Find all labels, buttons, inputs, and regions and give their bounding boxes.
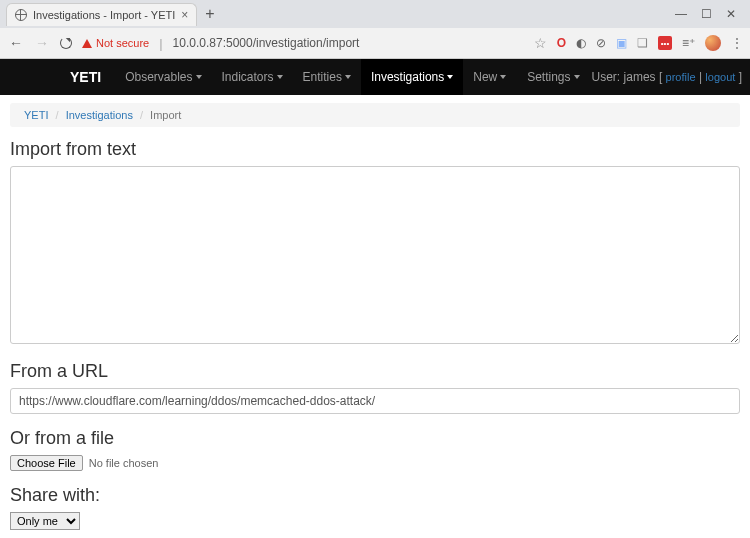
reload-icon[interactable]	[60, 37, 72, 49]
back-button[interactable]: ←	[8, 35, 24, 51]
close-window-icon[interactable]: ✕	[726, 7, 736, 21]
browser-tab[interactable]: Investigations - Import - YETI ×	[6, 3, 197, 26]
minimize-icon[interactable]: —	[675, 7, 687, 21]
share-title: Share with:	[10, 485, 740, 506]
nav-entities[interactable]: Entities	[293, 59, 361, 95]
snip-icon[interactable]: ▣	[616, 36, 627, 50]
bookmark-icon[interactable]: ☆	[534, 35, 547, 51]
profile-link[interactable]: profile	[666, 71, 696, 83]
browser-chrome: Investigations - Import - YETI × + — ☐ ✕…	[0, 0, 750, 59]
url-text[interactable]: 10.0.0.87:5000/investigation/import	[173, 36, 524, 50]
caret-icon	[345, 75, 351, 79]
choose-file-button[interactable]: Choose File	[10, 455, 83, 471]
app-navbar: YETI Observables Indicators Entities Inv…	[0, 59, 750, 95]
caret-icon	[574, 75, 580, 79]
nav-indicators[interactable]: Indicators	[212, 59, 293, 95]
caret-icon	[447, 75, 453, 79]
close-tab-icon[interactable]: ×	[181, 8, 188, 22]
block-icon[interactable]: ⊘	[596, 36, 606, 50]
forward-button[interactable]: →	[34, 35, 50, 51]
breadcrumb-item[interactable]: YETI	[24, 109, 48, 121]
caret-icon	[500, 75, 506, 79]
profile-avatar[interactable]	[705, 35, 721, 51]
import-text-title: Import from text	[10, 139, 740, 160]
not-secure-text: Not secure	[96, 37, 149, 49]
nav-observables[interactable]: Observables	[115, 59, 211, 95]
url-title: From a URL	[10, 361, 740, 382]
globe-icon	[15, 9, 27, 21]
brand[interactable]: YETI	[70, 69, 101, 85]
maximize-icon[interactable]: ☐	[701, 7, 712, 21]
breadcrumb: YETI / Investigations / Import	[10, 103, 740, 127]
import-text-textarea[interactable]	[10, 166, 740, 344]
nav-investigations[interactable]: Investigations	[361, 59, 463, 95]
tab-title: Investigations - Import - YETI	[33, 9, 175, 21]
logout-link[interactable]: logout	[705, 71, 735, 83]
lastpass-icon[interactable]: •••	[658, 36, 672, 50]
adblock-icon[interactable]: ◐	[576, 36, 586, 50]
security-indicator[interactable]: Not secure	[82, 37, 149, 49]
share-select[interactable]: Only me	[10, 512, 80, 530]
nav-new[interactable]: New	[463, 59, 516, 95]
warning-icon	[82, 39, 92, 48]
opera-icon[interactable]: O	[557, 36, 566, 50]
menu-dots-icon[interactable]: ⋮	[731, 36, 742, 50]
list-icon[interactable]: ≡⁺	[682, 36, 695, 50]
new-tab-button[interactable]: +	[197, 5, 222, 23]
caret-icon	[196, 75, 202, 79]
evernote-icon[interactable]: ❑	[637, 36, 648, 50]
file-title: Or from a file	[10, 428, 740, 449]
user-block: User: james [ profile | logout ]	[592, 70, 742, 84]
file-status-text: No file chosen	[89, 457, 159, 469]
breadcrumb-current: Import	[150, 109, 181, 121]
caret-icon	[277, 75, 283, 79]
url-input[interactable]	[10, 388, 740, 414]
nav-settings[interactable]: Settings	[527, 59, 579, 95]
breadcrumb-item[interactable]: Investigations	[66, 109, 133, 121]
